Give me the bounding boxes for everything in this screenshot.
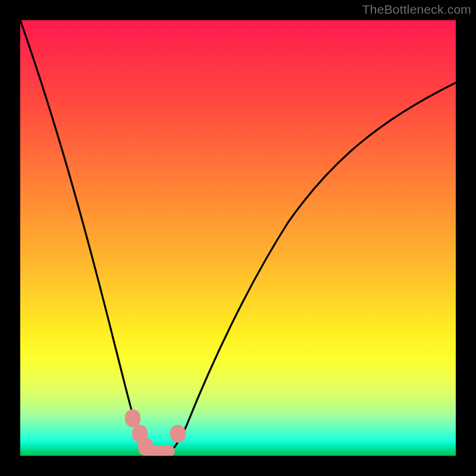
trough-markers	[125, 409, 186, 456]
curve-path	[20, 20, 456, 456]
marker-dot	[170, 425, 186, 443]
watermark-label: TheBottleneck.com	[362, 2, 471, 17]
bottleneck-curve	[20, 20, 456, 456]
chart-frame: TheBottleneck.com	[0, 0, 476, 476]
marker-dot	[157, 445, 175, 456]
plot-area	[20, 20, 456, 456]
marker-dot	[125, 409, 140, 427]
